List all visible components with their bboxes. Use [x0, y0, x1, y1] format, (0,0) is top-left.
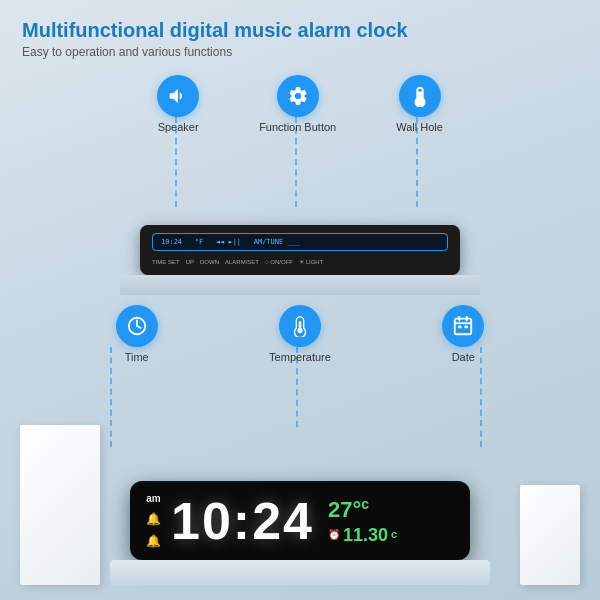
svg-rect-1: [419, 92, 421, 98]
alarm-time-display: ⏰ 11.30c: [328, 526, 397, 544]
btn-light: ☀ LIGHT: [299, 258, 323, 265]
clock-front: am 🔔 🔔 10:24 27°c ⏰ 11.30c: [130, 481, 470, 560]
svg-point-3: [298, 328, 303, 333]
date-circle: [442, 305, 484, 347]
calendar-icon: [452, 315, 474, 337]
decoration-cube-left: [20, 425, 100, 585]
alarm-time-value: 11.30: [343, 526, 388, 544]
gear-icon: [287, 85, 309, 107]
platform-bottom: [110, 560, 490, 585]
feature-wall-hole: Wall Hole: [396, 75, 443, 133]
wall-hole-label: Wall Hole: [396, 121, 443, 133]
feature-temperature: Temperature: [269, 305, 331, 363]
screen-text: 10:24 °F ◄◄ ►|| AM/TUNE ___: [161, 238, 300, 246]
bottom-features: Time Temperature: [0, 305, 600, 363]
speaker-circle: [157, 75, 199, 117]
header: Multifunctional digital music alarm cloc…: [0, 0, 600, 65]
thermometer-icon: [409, 85, 431, 107]
page-subtitle: Easy to operation and various functions: [22, 45, 578, 59]
function-circle: [277, 75, 319, 117]
time-label: Time: [125, 351, 149, 363]
btn-alarm-set: ALARM/SET: [225, 259, 259, 265]
clock-back-container: 10:24 °F ◄◄ ►|| AM/TUNE ___ TIME SET UP …: [140, 225, 460, 275]
top-section: Speaker Function Button: [0, 65, 600, 295]
svg-rect-10: [465, 326, 468, 328]
thermometer2-icon: [289, 315, 311, 337]
clock-side-info: am 🔔 🔔: [146, 493, 161, 548]
clock-icon: [126, 315, 148, 337]
function-button-label: Function Button: [259, 121, 336, 133]
am-pm-display: am: [146, 493, 160, 504]
svg-rect-4: [299, 321, 301, 327]
temp-unit: c: [361, 496, 369, 512]
page-title: Multifunctional digital music alarm cloc…: [22, 18, 578, 42]
alarm-bell-icon: ⏰: [328, 530, 340, 540]
svg-point-0: [417, 98, 423, 104]
clock-back-buttons: TIME SET UP DOWN ALARM/SET ○ ON/OFF ☀ LI…: [152, 256, 448, 267]
platform-top: [120, 275, 480, 295]
time-circle: [116, 305, 158, 347]
speaker-icon: [167, 85, 189, 107]
clock-front-container: am 🔔 🔔 10:24 27°c ⏰ 11.30c: [130, 481, 470, 560]
date-label: Date: [452, 351, 475, 363]
clock-back-screen: 10:24 °F ◄◄ ►|| AM/TUNE ___: [152, 233, 448, 251]
main-time-display: 10:24: [171, 495, 314, 547]
bottom-section: Time Temperature: [0, 295, 600, 600]
temperature-circle: [279, 305, 321, 347]
btn-down: DOWN: [200, 259, 219, 265]
temperature-display: 27°c: [328, 497, 397, 521]
wall-hole-circle: [399, 75, 441, 117]
svg-rect-5: [455, 319, 472, 335]
btn-on-off: ○ ON/OFF: [265, 259, 293, 265]
btn-up: UP: [186, 259, 194, 265]
page: Multifunctional digital music alarm cloc…: [0, 0, 600, 600]
temp-value: 27°: [328, 498, 361, 523]
feature-speaker: Speaker: [157, 75, 199, 133]
feature-time: Time: [116, 305, 158, 363]
decoration-cube-right: [520, 485, 580, 585]
alarm-icon: 🔔: [146, 512, 161, 526]
right-panel: 27°c ⏰ 11.30c: [328, 497, 397, 543]
alarm-icon-2: 🔔: [146, 534, 161, 548]
speaker-label: Speaker: [158, 121, 199, 133]
clock-back: 10:24 °F ◄◄ ►|| AM/TUNE ___ TIME SET UP …: [140, 225, 460, 275]
feature-function-button: Function Button: [259, 75, 336, 133]
svg-rect-9: [459, 326, 462, 328]
feature-date: Date: [442, 305, 484, 363]
btn-time-set: TIME SET: [152, 259, 180, 265]
temperature-label: Temperature: [269, 351, 331, 363]
top-features: Speaker Function Button: [0, 75, 600, 133]
alarm-unit: c: [391, 529, 397, 540]
platform-bottom-outer: [110, 560, 490, 585]
